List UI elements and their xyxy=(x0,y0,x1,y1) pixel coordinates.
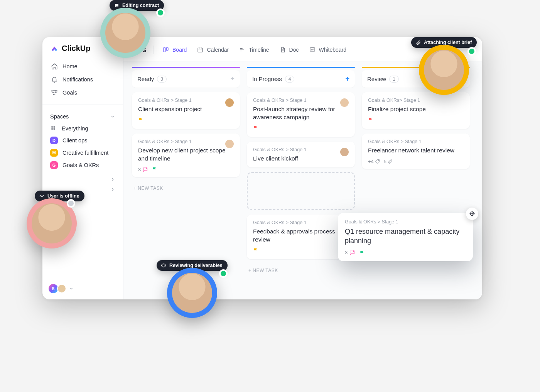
breadcrumb: Goals & OKRs > Stage 1 xyxy=(138,139,234,144)
spaces-header-label: Spaces xyxy=(50,113,69,120)
user-avatar[interactable] xyxy=(57,284,66,293)
svg-point-9 xyxy=(378,160,379,161)
tab-timeline[interactable]: Timeline xyxy=(235,44,273,56)
priority-flag-icon[interactable] xyxy=(253,125,258,131)
space-everything[interactable]: Everything xyxy=(42,123,123,134)
task-title: Feedback & approvals process review xyxy=(253,228,349,244)
dragging-task-card[interactable]: Goals & OKRs > Stage 1 Q1 resource manag… xyxy=(338,213,473,261)
chat-icon xyxy=(114,3,119,8)
nav-home[interactable]: Home xyxy=(46,60,119,73)
user-avatar-initial[interactable]: S xyxy=(49,284,58,293)
new-task-button[interactable]: + NEW TASK xyxy=(132,182,240,193)
attachment-count[interactable]: 5 xyxy=(384,159,393,164)
svg-point-1 xyxy=(54,127,55,128)
column-title: In Progress xyxy=(252,76,282,82)
column-header-in-progress[interactable]: In Progress 4 + xyxy=(247,70,355,88)
tab-doc[interactable]: Doc xyxy=(275,44,303,56)
presence-offline: User is offline xyxy=(19,191,84,248)
tab-label: Whiteboard xyxy=(319,47,347,53)
task-card[interactable]: Goals & OKRs > Stage 1 Client expansion … xyxy=(132,92,240,129)
grid-icon xyxy=(50,125,57,132)
task-card[interactable]: Goals & OKRs > Stage 1 Live client kicko… xyxy=(247,142,355,167)
chevron-down-icon[interactable] xyxy=(69,287,73,291)
task-card[interactable]: Goals & OKRs > Stage 1 Post-launch strat… xyxy=(247,92,355,137)
new-task-button[interactable]: + NEW TASK xyxy=(247,264,355,275)
task-title: Client expansion project xyxy=(138,105,234,113)
presence-label: Editing contract xyxy=(122,3,159,8)
space-badge: G xyxy=(50,161,58,169)
svg-rect-6 xyxy=(198,48,202,52)
assignee-avatar[interactable] xyxy=(339,147,349,157)
add-task-icon[interactable]: + xyxy=(345,75,349,83)
breadcrumb: Goals & OKRs > Stage 1 xyxy=(368,139,464,144)
comment-count[interactable]: 3 xyxy=(138,167,148,172)
paperclip-icon xyxy=(388,159,393,164)
space-badge: M xyxy=(50,149,58,157)
space-goals-okrs[interactable]: G Goals & OKRs xyxy=(42,159,123,171)
task-title: Q1 resource management & capacity planni… xyxy=(345,227,466,246)
add-task-icon[interactable]: + xyxy=(230,75,235,83)
tab-calendar[interactable]: Calendar xyxy=(193,44,233,56)
drag-handle-icon[interactable] xyxy=(466,208,478,220)
column-in-progress: In Progress 4 + Goals & OKRs > Stage 1 P… xyxy=(247,67,355,296)
priority-flag-icon[interactable] xyxy=(368,117,373,123)
column-accent xyxy=(132,67,240,68)
column-title: Review xyxy=(367,76,386,82)
priority-flag-icon[interactable] xyxy=(253,248,258,253)
home-icon xyxy=(51,63,58,70)
tab-label: Timeline xyxy=(249,47,269,53)
presence-label: Reviewing deliverables xyxy=(169,263,223,268)
task-card[interactable]: Goals & OKRs > Stage 1 Freelancer networ… xyxy=(362,133,470,169)
status-offline-icon xyxy=(67,199,75,208)
svg-point-2 xyxy=(52,128,53,130)
timeline-icon xyxy=(239,46,246,53)
space-client-ops[interactable]: D Client ops xyxy=(42,134,123,147)
tab-whiteboard[interactable]: Whiteboard xyxy=(305,44,351,56)
space-creative[interactable]: M Creative fulfillment xyxy=(42,147,123,159)
paperclip-icon xyxy=(415,40,421,45)
assignee-avatar[interactable] xyxy=(224,98,235,108)
presence-avatar xyxy=(419,45,469,95)
nav-notifications[interactable]: Notifications xyxy=(46,73,119,86)
task-card[interactable]: Goals & OKRs> Stage 1 Finalize project s… xyxy=(362,92,470,129)
priority-flag-icon[interactable] xyxy=(152,167,157,172)
svg-point-3 xyxy=(54,128,55,130)
presence-attaching: Attaching client brief xyxy=(411,37,477,95)
presence-reviewing: Reviewing deliverables xyxy=(157,260,228,318)
chevron-right-icon xyxy=(110,177,115,182)
brand-logo-icon xyxy=(50,44,59,53)
assignee-avatar[interactable] xyxy=(224,139,235,149)
space-badge: D xyxy=(50,137,58,144)
svg-rect-5 xyxy=(166,48,168,51)
column-header-ready[interactable]: Ready 3 + xyxy=(132,70,240,88)
priority-flag-icon[interactable] xyxy=(138,117,143,123)
nav-notifications-label: Notifications xyxy=(62,76,93,83)
sidebar-footer: S xyxy=(42,284,123,296)
presence-label: Attaching client brief xyxy=(424,40,472,45)
whiteboard-icon xyxy=(309,46,316,53)
bell-icon xyxy=(51,76,58,83)
breadcrumb: Goals & OKRs > Stage 1 xyxy=(138,98,234,103)
extra-tags[interactable]: +4 xyxy=(368,159,380,164)
status-online-icon xyxy=(156,8,165,17)
tab-label: Board xyxy=(172,47,187,53)
tag-icon xyxy=(375,159,380,164)
priority-flag-icon[interactable] xyxy=(359,250,364,255)
nav-home-label: Home xyxy=(62,63,78,69)
space-everything-label: Everything xyxy=(62,125,88,132)
presence-avatar xyxy=(167,268,217,318)
task-card[interactable]: Goals & OKRs > Stage 1 Develop new clien… xyxy=(132,133,240,177)
spaces-header[interactable]: Spaces xyxy=(42,109,123,123)
space-collapsed-1[interactable] xyxy=(42,171,123,184)
column-count: 4 xyxy=(285,76,295,83)
breadcrumb: Goals & OKRs> Stage 1 xyxy=(368,98,464,103)
task-title: Freelancer network talent review xyxy=(368,147,464,155)
eye-icon xyxy=(161,263,166,268)
doc-icon xyxy=(279,46,286,53)
chevron-right-icon xyxy=(110,187,115,192)
column-count: 3 xyxy=(157,76,167,83)
nav-goals[interactable]: Goals xyxy=(46,86,119,99)
breadcrumb: Goals & OKRs > Stage 1 xyxy=(345,219,466,225)
presence-avatar xyxy=(100,8,150,58)
assignee-avatar[interactable] xyxy=(339,98,349,108)
